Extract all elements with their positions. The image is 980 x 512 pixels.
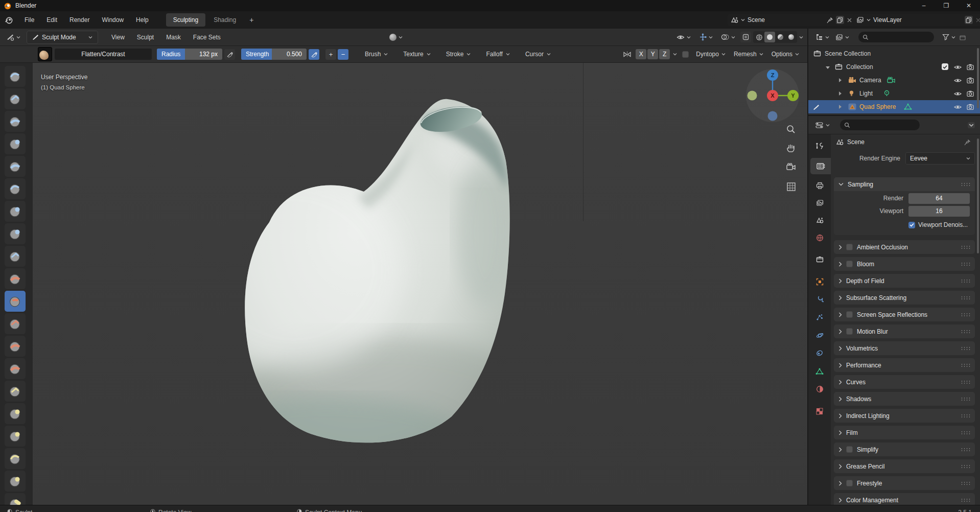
- outliner-display-mode-dropdown[interactable]: [832, 31, 852, 43]
- navigation-gizmo[interactable]: Z Y X: [744, 67, 801, 124]
- menu-edit[interactable]: Edit: [40, 13, 63, 27]
- panel-grip[interactable]: [961, 296, 970, 300]
- expand-chevron-icon[interactable]: [838, 312, 842, 317]
- sampling-panel-header[interactable]: Sampling: [834, 177, 975, 191]
- brush-flatten[interactable]: [5, 291, 26, 312]
- shading-wireframe-button[interactable]: [754, 32, 764, 42]
- brush-pose[interactable]: [5, 493, 26, 505]
- outliner-scrollbar[interactable]: [977, 48, 979, 108]
- outliner-row-light[interactable]: Light: [808, 87, 980, 100]
- hide-in-viewport-icon[interactable]: [954, 91, 962, 97]
- close-button[interactable]: ✕: [958, 0, 980, 11]
- shading-rendered-button[interactable]: [786, 32, 797, 42]
- panel-checkbox[interactable]: [846, 261, 853, 267]
- brush-fill[interactable]: [5, 313, 26, 334]
- add-workspace-button[interactable]: +: [244, 16, 259, 24]
- properties-tab-tool[interactable]: [808, 137, 831, 154]
- options-menu[interactable]: Options: [767, 48, 803, 60]
- pin-icon[interactable]: [827, 17, 833, 24]
- mode-selector-dropdown[interactable]: Sculpt Mode: [27, 31, 98, 44]
- radius-slider[interactable]: Radius 132 px: [157, 49, 222, 60]
- tool-menu-texture[interactable]: Texture: [397, 48, 436, 60]
- viewport-menu-sculpt[interactable]: Sculpt: [131, 31, 160, 43]
- maximize-button[interactable]: ❐: [935, 0, 958, 11]
- panel-grip[interactable]: [961, 397, 970, 401]
- brush-blob[interactable]: [5, 223, 26, 244]
- sampling-viewport-value[interactable]: 16: [908, 206, 970, 217]
- panel-grip[interactable]: [961, 448, 970, 452]
- tool-menu-falloff[interactable]: Falloff: [480, 48, 516, 60]
- workspace-tab-shading[interactable]: Shading: [206, 13, 243, 27]
- disable-in-renders-icon[interactable]: [967, 64, 974, 70]
- expand-chevron-icon[interactable]: [838, 481, 842, 486]
- viewport-menu-face-sets[interactable]: Face Sets: [187, 31, 227, 43]
- properties-tab-scene[interactable]: [808, 212, 831, 228]
- panel-grip[interactable]: [961, 182, 970, 187]
- panel-shadows[interactable]: Shadows: [834, 392, 975, 406]
- disable-in-renders-icon[interactable]: [967, 90, 974, 97]
- panel-grip[interactable]: [961, 279, 970, 283]
- panel-color-management[interactable]: Color Management: [834, 493, 975, 505]
- symmetry-x-toggle[interactable]: X: [636, 49, 646, 59]
- expand-chevron-icon[interactable]: [838, 346, 842, 351]
- panel-ambient-occlusion[interactable]: Ambient Occlusion: [834, 240, 975, 254]
- brush-smooth[interactable]: [5, 268, 26, 289]
- outliner-filter-dropdown[interactable]: [939, 31, 959, 43]
- panel-checkbox[interactable]: [846, 311, 853, 318]
- expand-chevron-icon[interactable]: [838, 363, 842, 368]
- panel-checkbox[interactable]: [846, 446, 853, 453]
- panel-grip[interactable]: [961, 363, 970, 367]
- panel-performance[interactable]: Performance: [834, 358, 975, 372]
- tool-menu-brush[interactable]: Brush: [359, 48, 394, 60]
- sculpt-object[interactable]: [0, 63, 773, 505]
- properties-tab-particles[interactable]: [808, 309, 831, 325]
- properties-tab-collection[interactable]: [808, 251, 831, 267]
- expand-chevron-icon[interactable]: [838, 245, 842, 250]
- camera-view-icon[interactable]: [786, 162, 796, 172]
- menu-render[interactable]: Render: [63, 13, 96, 27]
- panel-grip[interactable]: [961, 414, 970, 418]
- panel-grip[interactable]: [961, 346, 970, 351]
- dyntopo-checkbox[interactable]: [682, 51, 689, 58]
- brush-draw-sharp[interactable]: [5, 88, 26, 109]
- brush-snake-hook[interactable]: [5, 448, 26, 469]
- panel-screen-space-reflections[interactable]: Screen Space Reflections: [834, 308, 975, 321]
- panel-checkbox[interactable]: [846, 328, 853, 335]
- properties-tab-output[interactable]: [808, 177, 831, 194]
- expand-chevron-icon[interactable]: [838, 413, 842, 418]
- brush-crease[interactable]: [5, 246, 26, 267]
- collection-checkbox[interactable]: [942, 63, 948, 70]
- dyntopo-menu[interactable]: Dyntopo: [692, 48, 730, 60]
- properties-tab-view-layer[interactable]: [808, 195, 831, 211]
- properties-tab-material[interactable]: [808, 381, 831, 397]
- object-visibility-dropdown[interactable]: [673, 31, 694, 43]
- properties-editor-type-dropdown[interactable]: [812, 119, 833, 131]
- shading-material-button[interactable]: [775, 32, 786, 42]
- hide-in-viewport-icon[interactable]: [954, 78, 962, 83]
- overlays-dropdown[interactable]: [718, 31, 738, 43]
- outliner-row-collection[interactable]: Collection: [808, 60, 980, 74]
- menu-window[interactable]: Window: [96, 13, 130, 27]
- brush-subtract-button[interactable]: −: [338, 49, 348, 60]
- expand-chevron-icon[interactable]: [838, 262, 842, 267]
- minimize-button[interactable]: –: [913, 0, 935, 11]
- brush-clay-thumb[interactable]: [5, 156, 26, 177]
- brush-name-field[interactable]: Flatten/Contrast: [55, 49, 152, 60]
- brush-grab[interactable]: [5, 403, 26, 424]
- panel-volumetrics[interactable]: Volumetrics: [834, 341, 975, 355]
- new-collection-icon[interactable]: [960, 34, 966, 40]
- panel-grip[interactable]: [961, 498, 970, 502]
- brush-pinch[interactable]: [5, 381, 26, 402]
- expand-chevron-icon[interactable]: [838, 430, 842, 435]
- remesh-menu[interactable]: Remesh: [730, 48, 767, 60]
- xray-toggle[interactable]: [740, 32, 751, 42]
- panel-grip[interactable]: [961, 431, 970, 435]
- disable-in-renders-icon[interactable]: [967, 104, 974, 110]
- sampling-render-value[interactable]: 64: [908, 193, 970, 204]
- panel-grease-pencil[interactable]: Grease Pencil: [834, 459, 975, 473]
- copy-viewlayer-icon[interactable]: [965, 16, 973, 24]
- brush-layer[interactable]: [5, 178, 26, 199]
- expand-chevron-icon[interactable]: [838, 329, 842, 334]
- outliner-row-scene-collection[interactable]: Scene Collection: [808, 47, 980, 60]
- viewport-menu-mask[interactable]: Mask: [160, 31, 187, 43]
